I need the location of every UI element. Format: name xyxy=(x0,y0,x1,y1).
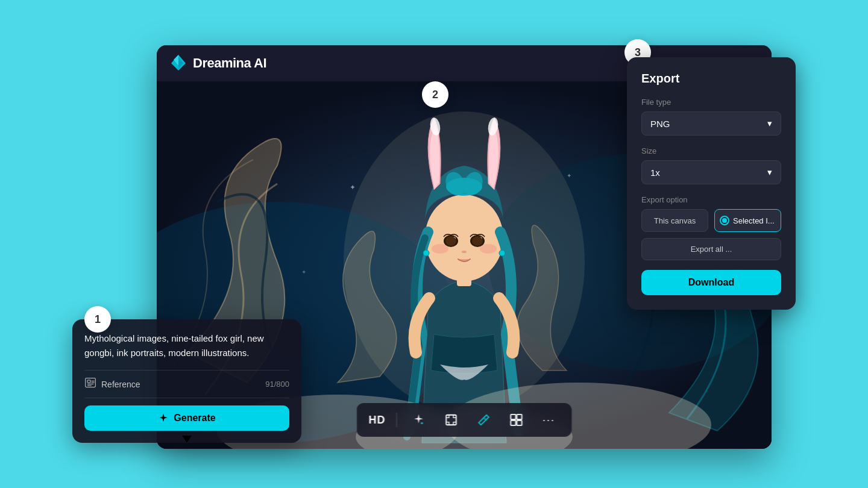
edit-button[interactable] xyxy=(473,409,495,431)
svg-text:✦: ✦ xyxy=(567,172,571,179)
generate-button[interactable]: Generate xyxy=(84,405,289,431)
export-option-row: This canvas Selected I... xyxy=(641,209,781,232)
svg-rect-33 xyxy=(446,415,456,425)
char-count: 91/800 xyxy=(265,380,289,389)
svg-point-24 xyxy=(499,250,505,256)
reference-row[interactable]: Reference 91/800 xyxy=(84,370,289,398)
reference-label: Reference xyxy=(101,380,260,389)
size-select[interactable]: 1x ▾ xyxy=(641,160,781,184)
svg-point-8 xyxy=(425,195,503,281)
toolbar-divider-1 xyxy=(397,413,397,427)
resize-icon xyxy=(510,413,523,427)
more-button[interactable]: ··· xyxy=(538,409,560,431)
svg-point-21 xyxy=(480,244,497,254)
svg-text:✦: ✦ xyxy=(350,183,356,192)
svg-rect-36 xyxy=(517,414,521,419)
file-type-select[interactable]: PNG ▾ xyxy=(641,111,781,136)
selected-button[interactable]: Selected I... xyxy=(714,209,781,232)
logo-icon xyxy=(169,54,188,73)
radio-circle-icon xyxy=(720,216,729,225)
selected-radio: Selected I... xyxy=(720,216,776,225)
enhance-button[interactable] xyxy=(408,409,430,431)
wand-icon xyxy=(412,413,426,427)
svg-point-34 xyxy=(484,418,486,420)
reference-icon xyxy=(84,377,96,392)
canvas-toolbar: HD xyxy=(357,403,572,437)
prompt-text: Mythological images, nine-tailed fox gir… xyxy=(84,331,289,360)
resize-button[interactable] xyxy=(506,409,527,431)
size-value: 1x xyxy=(650,167,660,178)
edit-icon xyxy=(477,413,491,427)
export-title: Export xyxy=(641,72,781,86)
step-2-badge: 2 xyxy=(422,81,448,108)
svg-rect-35 xyxy=(511,414,515,419)
svg-rect-40 xyxy=(87,380,90,383)
file-type-value: PNG xyxy=(650,119,670,129)
export-panel: Export File type PNG ▾ Size 1x ▾ Export … xyxy=(627,57,796,310)
expand-button[interactable] xyxy=(441,409,462,431)
app-name: Dreamina AI xyxy=(193,55,266,71)
svg-point-20 xyxy=(432,244,448,254)
hd-button[interactable]: HD xyxy=(369,414,386,427)
step-1-badge: 1 xyxy=(84,306,111,333)
svg-rect-37 xyxy=(511,421,515,425)
radio-dot-icon xyxy=(722,218,727,223)
logo-area: Dreamina AI xyxy=(169,54,266,73)
export-all-button[interactable]: Export all ... xyxy=(641,238,781,260)
size-label: Size xyxy=(641,146,781,155)
expand-icon xyxy=(445,413,458,427)
svg-point-23 xyxy=(423,250,429,256)
svg-text:✦: ✦ xyxy=(301,269,306,275)
generate-label: Generate xyxy=(174,413,215,424)
chevron-down-size-icon: ▾ xyxy=(767,167,772,178)
svg-point-22 xyxy=(462,251,467,253)
this-canvas-button[interactable]: This canvas xyxy=(641,209,708,232)
export-option-label: Export option xyxy=(641,195,781,204)
file-type-label: File type xyxy=(641,98,781,107)
svg-point-32 xyxy=(421,422,423,425)
prompt-box: 1 Mythological images, nine-tailed fox g… xyxy=(72,319,301,443)
sparkle-generate-icon xyxy=(158,413,169,424)
svg-rect-38 xyxy=(517,421,521,425)
svg-point-19 xyxy=(472,236,483,246)
download-button[interactable]: Download xyxy=(641,270,781,295)
chevron-down-icon: ▾ xyxy=(767,118,772,129)
svg-point-18 xyxy=(445,236,456,246)
